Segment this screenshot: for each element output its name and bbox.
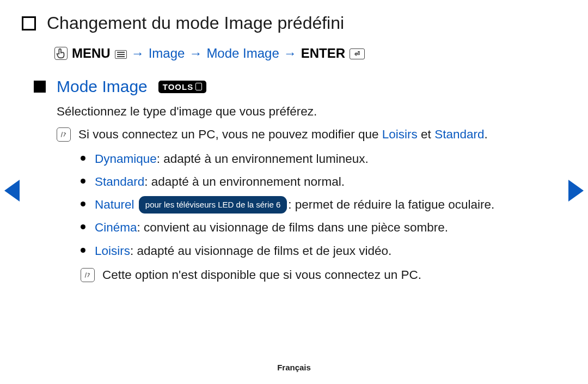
- solid-square-bullet-icon: [34, 81, 46, 93]
- arrow-icon: →: [284, 46, 297, 61]
- page: Changement du mode Image prédéfini MENU …: [0, 0, 588, 384]
- note1-and: et: [418, 127, 434, 141]
- intro-text: Sélectionnez le type d'image que vous pr…: [57, 101, 555, 122]
- tools-icon: [195, 83, 202, 90]
- enter-icon: ⏎: [350, 48, 365, 59]
- mode-desc: : convient au visionnage de films dans u…: [137, 221, 449, 234]
- mode-desc: : adapté au visionnage de films et de je…: [130, 244, 391, 258]
- note2-text: Cette option n'est disponible que si vou…: [102, 265, 421, 285]
- body-content: Sélectionnez le type d'image que vous pr…: [57, 101, 555, 285]
- mode-label: Dynamique: [95, 152, 157, 166]
- note1-suffix: .: [484, 127, 487, 141]
- page-title: Changement du mode Image prédéfini: [47, 13, 344, 33]
- note1-prefix: Si vous connectez un PC, vous ne pouvez …: [78, 127, 382, 141]
- next-page-arrow-icon[interactable]: [568, 180, 584, 202]
- footer-language: Français: [0, 363, 588, 372]
- outline-square-bullet-icon: [22, 16, 36, 31]
- menu-icon: [115, 50, 127, 59]
- tools-badge: TOOLS: [158, 81, 206, 93]
- note-text: Si vous connectez un PC, vous ne pouvez …: [78, 124, 488, 145]
- nav-step-mode-image: Mode Image: [206, 46, 279, 61]
- nav-step-image: Image: [149, 46, 185, 61]
- page-title-row: Changement du mode Image prédéfini: [22, 13, 344, 33]
- menu-path: MENU → Image → Mode Image → ENTER⏎: [54, 46, 365, 61]
- note1-loisirs: Loisirs: [382, 127, 418, 141]
- mode-desc: : adapté à un environnement normal.: [144, 175, 345, 188]
- note-pc-modes: Si vous connectez un PC, vous ne pouvez …: [57, 124, 555, 145]
- mode-desc: : permet de réduire la fatigue oculaire.: [288, 198, 494, 211]
- section-heading-row: Mode Image TOOLS: [34, 77, 206, 96]
- arrow-icon: →: [131, 46, 144, 61]
- mode-label: Naturel: [95, 198, 134, 211]
- mode-label: Loisirs: [95, 244, 130, 258]
- note-icon: [57, 127, 71, 142]
- menu-label: MENU: [72, 46, 111, 61]
- note-icon: [81, 268, 95, 282]
- naturel-series-badge: pour les téléviseurs LED de la série 6: [139, 196, 287, 214]
- mode-list: Dynamique: adapté à un environnement lum…: [81, 149, 555, 261]
- section-title: Mode Image: [57, 77, 148, 96]
- note1-standard: Standard: [434, 127, 484, 141]
- mode-naturel: Naturel pour les téléviseurs LED de la s…: [81, 194, 555, 215]
- enter-label: ENTER: [301, 46, 345, 61]
- note-pc-only: Cette option n'est disponible que si vou…: [81, 265, 555, 285]
- arrow-icon: →: [189, 46, 202, 61]
- mode-label: Standard: [95, 175, 144, 188]
- mode-desc: : adapté à un environnement lumineux.: [157, 152, 369, 166]
- prev-page-arrow-icon[interactable]: [4, 180, 20, 202]
- mode-loisirs: Loisirs: adapté au visionnage de films e…: [81, 241, 555, 261]
- tools-label: TOOLS: [163, 82, 193, 92]
- mode-standard: Standard: adapté à un environnement norm…: [81, 172, 555, 192]
- mode-dynamique: Dynamique: adapté à un environnement lum…: [81, 149, 555, 169]
- mode-cinema: Cinéma: convient au visionnage de films …: [81, 217, 555, 238]
- hand-pointer-icon: [54, 47, 68, 60]
- mode-label: Cinéma: [95, 221, 137, 234]
